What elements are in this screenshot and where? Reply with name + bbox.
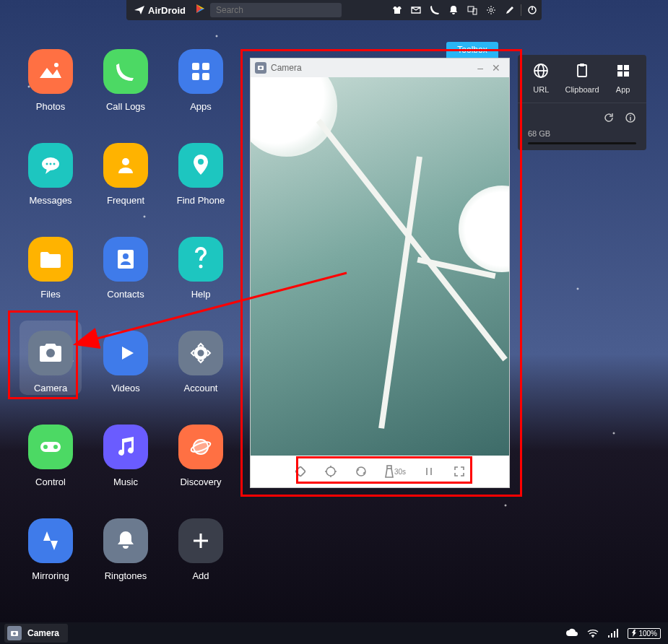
app-label: Photos bbox=[36, 101, 65, 112]
storage-text: 68 GB bbox=[528, 129, 550, 138]
app-label: Apps bbox=[190, 101, 212, 112]
svg-point-37 bbox=[43, 445, 48, 449]
app-account[interactable]: Account bbox=[163, 321, 238, 414]
focus-icon[interactable] bbox=[324, 464, 338, 479]
switch-camera-icon[interactable] bbox=[354, 464, 368, 479]
discovery-icon bbox=[178, 425, 223, 469]
svg-rect-19 bbox=[202, 63, 209, 70]
wifi-icon[interactable] bbox=[587, 628, 599, 638]
app-contacts[interactable]: Contacts bbox=[88, 227, 163, 321]
cloud-icon[interactable] bbox=[565, 628, 578, 638]
toolbox-url[interactable]: URL bbox=[523, 61, 559, 94]
brand-name: AirDroid bbox=[148, 5, 186, 16]
taskbar-item-label: Camera bbox=[27, 628, 59, 638]
frequent-icon bbox=[103, 143, 148, 188]
bell-icon[interactable] bbox=[444, 0, 463, 20]
info-icon[interactable] bbox=[625, 112, 636, 126]
taskbar-item-camera[interactable]: Camera bbox=[4, 624, 68, 643]
minimize-button[interactable]: – bbox=[473, 62, 487, 74]
app-mirroring[interactable]: Mirroring bbox=[13, 508, 88, 602]
edit-icon[interactable] bbox=[500, 0, 519, 20]
battery-percent: 100% bbox=[638, 630, 657, 638]
svg-point-24 bbox=[50, 163, 52, 165]
app-files[interactable]: Files bbox=[13, 227, 88, 321]
power-icon[interactable] bbox=[523, 0, 542, 20]
app-control[interactable]: Control bbox=[13, 414, 88, 508]
rotate-icon[interactable] bbox=[293, 464, 308, 479]
app-label: Ringtones bbox=[105, 570, 147, 581]
app-help[interactable]: Help bbox=[163, 227, 238, 321]
flash-timer-icon[interactable]: 30s bbox=[384, 464, 406, 479]
camera-window-title: Camera bbox=[271, 63, 302, 73]
close-button[interactable]: ✕ bbox=[487, 62, 505, 74]
battery-indicator[interactable]: 100% bbox=[628, 628, 661, 639]
control-icon bbox=[28, 425, 73, 469]
refresh-icon[interactable] bbox=[603, 112, 615, 126]
toolbox-tab[interactable]: Toolbox bbox=[446, 42, 498, 58]
videos-icon bbox=[103, 331, 148, 375]
app-label: Mirroring bbox=[32, 570, 69, 581]
charging-icon bbox=[631, 630, 637, 637]
app-apps[interactable]: Apps bbox=[163, 39, 238, 133]
camera-titlebar[interactable]: Camera – ✕ bbox=[251, 58, 509, 77]
svg-point-46 bbox=[259, 66, 262, 69]
apps-icon bbox=[178, 49, 223, 94]
search-field[interactable] bbox=[210, 3, 342, 17]
google-play-icon[interactable] bbox=[196, 4, 206, 17]
globe-icon bbox=[532, 62, 550, 79]
app-music[interactable]: Music bbox=[88, 414, 163, 508]
findphone-icon bbox=[178, 143, 223, 188]
gear-icon[interactable] bbox=[482, 0, 500, 20]
toolbox-clipboard[interactable]: Clipboard bbox=[564, 61, 600, 94]
app-messages[interactable]: Messages bbox=[13, 133, 88, 227]
app-label: Call Logs bbox=[106, 101, 145, 112]
mail-icon[interactable] bbox=[407, 0, 425, 20]
desktop-grid: PhotosCall LogsAppsMessagesFrequentFind … bbox=[13, 39, 238, 602]
storage-bar bbox=[528, 142, 636, 144]
camera-image-lamp bbox=[251, 77, 337, 157]
app-label: Add bbox=[192, 570, 209, 581]
camera-image-pipe bbox=[378, 156, 422, 428]
add-icon bbox=[178, 518, 223, 563]
toolbox-clipboard-label: Clipboard bbox=[565, 85, 599, 94]
camera-controls: 30s bbox=[251, 456, 509, 487]
app-frequent[interactable]: Frequent bbox=[88, 133, 163, 227]
pause-icon[interactable] bbox=[422, 464, 436, 479]
storage-info: 68 GB bbox=[518, 129, 646, 144]
app-calllogs[interactable]: Call Logs bbox=[88, 39, 163, 133]
files-icon bbox=[28, 237, 73, 282]
tshirt-icon[interactable] bbox=[388, 0, 407, 20]
account-icon bbox=[178, 331, 223, 375]
camera-image-lamp bbox=[459, 186, 509, 272]
svg-rect-50 bbox=[387, 466, 391, 469]
app-label: Help bbox=[191, 289, 211, 300]
app-add[interactable]: Add bbox=[163, 508, 238, 602]
svg-rect-11 bbox=[624, 65, 629, 70]
messages-icon bbox=[28, 143, 73, 188]
signal-icon[interactable] bbox=[607, 628, 619, 638]
svg-rect-59 bbox=[617, 629, 618, 638]
app-camera[interactable]: Camera bbox=[13, 321, 88, 414]
svg-point-16 bbox=[630, 115, 631, 116]
toolbox-panel: URL Clipboard App 68 GB bbox=[518, 55, 646, 150]
svg-rect-13 bbox=[624, 71, 629, 77]
app-label: Account bbox=[184, 383, 218, 393]
music-icon bbox=[103, 425, 148, 469]
app-label: Camera bbox=[34, 383, 67, 393]
contacts-icon bbox=[103, 237, 148, 282]
phone-icon[interactable] bbox=[425, 0, 444, 20]
app-findphone[interactable]: Find Phone bbox=[163, 133, 238, 227]
app-ringtones[interactable]: Ringtones bbox=[88, 508, 163, 602]
search-input[interactable] bbox=[214, 4, 337, 16]
app-photos[interactable]: Photos bbox=[13, 39, 88, 133]
app-discovery[interactable]: Discovery bbox=[163, 414, 238, 508]
toolbox-app[interactable]: App bbox=[605, 61, 641, 94]
svg-point-27 bbox=[198, 159, 204, 165]
brand-logo[interactable]: AirDroid bbox=[134, 4, 186, 16]
app-videos[interactable]: Videos bbox=[88, 321, 163, 414]
fullscreen-icon[interactable] bbox=[452, 464, 467, 479]
svg-point-41 bbox=[194, 440, 207, 453]
devices-icon[interactable] bbox=[463, 0, 482, 20]
app-label: Files bbox=[40, 289, 60, 300]
mirroring-icon bbox=[28, 518, 73, 563]
